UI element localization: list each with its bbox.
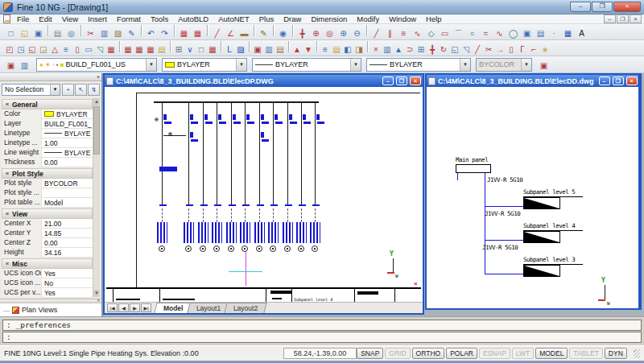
property-value[interactable]: Yes <box>42 269 93 278</box>
zoom-window-icon[interactable]: ⊕ <box>310 27 322 39</box>
menu-tools[interactable]: Tools <box>146 14 173 23</box>
sheet-table-icon[interactable]: ▦ <box>207 43 218 56</box>
layers-icon[interactable]: ≡ <box>320 43 331 56</box>
plan-a-icon[interactable]: ▦ <box>122 43 134 56</box>
property-value[interactable]: 21.00 <box>42 219 93 229</box>
elecdd-title-bar[interactable]: C:\4M\CALC\8_3_BUILDING.BLD\ElecDD.dwg –… <box>427 75 638 87</box>
lengthen-icon[interactable]: ╱ <box>472 43 483 56</box>
child-minimize-button[interactable]: – <box>599 76 610 85</box>
scroll-thumb[interactable] <box>93 106 100 155</box>
match-properties-icon[interactable]: ✎ <box>126 27 138 39</box>
viewport-icon[interactable]: □ <box>196 43 207 56</box>
grid-icon[interactable]: ⊞ <box>173 43 184 56</box>
copy-sheet-icon[interactable]: ▤ <box>275 43 286 56</box>
roof-icon[interactable]: △ <box>49 43 60 56</box>
explode-icon[interactable]: ∗ <box>539 43 551 56</box>
child-maximize-button[interactable]: ❐ <box>396 76 407 85</box>
section-view[interactable]: «View <box>2 208 93 219</box>
mirror-icon[interactable]: ▲ <box>393 43 404 56</box>
extend-icon[interactable]: → <box>494 43 506 56</box>
stairs-icon[interactable]: ≡ <box>60 43 72 56</box>
property-value[interactable]: Yes <box>42 288 93 298</box>
ellipse-icon[interactable]: ◯ <box>507 27 519 39</box>
toggle-tablet[interactable]: TABLET <box>569 348 603 359</box>
break-icon[interactable]: ▯ <box>506 43 517 56</box>
property-value[interactable]: Model <box>42 198 93 208</box>
zoom-previous-icon[interactable]: ◎ <box>324 27 336 39</box>
node-icon[interactable]: ∨ <box>184 43 196 56</box>
zoom-realtime-icon[interactable]: ◉ <box>277 27 289 39</box>
slab-icon[interactable]: ▭ <box>83 43 94 56</box>
zoom-out-icon[interactable]: ⊖ <box>351 27 363 39</box>
redline-icon[interactable]: ╱ <box>211 27 223 39</box>
tab-layout1[interactable]: Layout1 <box>187 303 229 313</box>
layer-isolate-icon[interactable]: ◨ <box>353 43 365 56</box>
spline-icon[interactable]: ∿ <box>493 27 506 39</box>
maximize-button[interactable]: ❐ <box>592 2 613 12</box>
property-value[interactable]: 34.16 <box>42 248 93 258</box>
elecdp-title-bar[interactable]: C:\4M\CALC\8_3_BUILDING.BLD\ElecDP.DWG –… <box>105 75 423 87</box>
child-minimize-button[interactable]: – <box>382 76 394 85</box>
palette-header[interactable]: × <box>0 73 101 81</box>
move-icon[interactable]: ╋ <box>427 43 438 56</box>
sketch-icon[interactable]: ✎ <box>258 27 270 39</box>
select-objects-button[interactable]: ↖ <box>75 84 87 96</box>
layer-match-icon[interactable]: ◧ <box>342 43 353 56</box>
plan-c-icon[interactable]: ▦ <box>145 43 156 56</box>
section-misc[interactable]: «Misc <box>2 258 93 269</box>
building-icon[interactable]: ▦ <box>105 43 117 56</box>
fillet-icon[interactable]: ⌐ <box>528 43 539 56</box>
coordinates-display[interactable]: 58.24,-1.39,0.00 <box>283 348 357 359</box>
resize-grip[interactable] <box>634 349 640 358</box>
menu-file[interactable]: File <box>12 14 34 23</box>
chevron-down-icon[interactable]: ▼ <box>350 59 361 71</box>
child-close-button[interactable]: × <box>410 76 421 85</box>
property-value[interactable]: 0.00 <box>42 238 93 248</box>
construction-line-icon[interactable]: ∥ <box>384 27 396 39</box>
collapse-icon[interactable]: « <box>2 170 12 177</box>
tab-layout2[interactable]: Layout2 <box>224 303 266 313</box>
property-value[interactable]: No <box>42 278 93 288</box>
arc-icon[interactable]: ⌒ <box>452 27 464 39</box>
toggle-esnap[interactable]: ESNAP <box>479 348 510 359</box>
property-value[interactable]: BYLAYE <box>42 148 93 158</box>
polygon-icon[interactable]: ◇ <box>425 27 437 39</box>
toggle-dyn[interactable]: DYN <box>605 348 627 359</box>
property-value[interactable] <box>42 188 93 198</box>
stretch-icon[interactable]: ◹ <box>460 43 472 56</box>
copy-clip-icon[interactable]: ▥ <box>98 27 110 39</box>
offset-icon[interactable]: ⊃ <box>404 43 415 56</box>
plan-views-item[interactable]: — Plan Views <box>0 303 101 316</box>
tab-nav-button-2[interactable]: ▶ <box>130 303 140 312</box>
column-icon[interactable]: ▯ <box>72 43 83 56</box>
collapse-icon[interactable]: « <box>2 210 12 217</box>
close-icon[interactable]: × <box>97 73 100 80</box>
rotate-icon[interactable]: ↻ <box>438 43 449 56</box>
section-plot-style[interactable]: «Plot Style <box>2 168 93 179</box>
document-icon[interactable] <box>3 14 10 23</box>
elevation-icon[interactable]: ▤ <box>156 43 167 56</box>
toggle-snap[interactable]: SNAP <box>357 348 383 359</box>
child-close-button[interactable]: × <box>626 76 638 85</box>
window-tool-icon[interactable]: ◱ <box>27 43 38 56</box>
multiline-icon[interactable]: ≡ <box>398 27 410 39</box>
toggle-grid[interactable]: GRID <box>385 348 410 359</box>
open-icon[interactable]: ◱ <box>19 27 31 39</box>
make-block-icon[interactable]: ▤ <box>535 27 547 39</box>
color-dropdown[interactable]: BYLAYER ▼ <box>162 58 247 72</box>
property-value[interactable]: 1.00 <box>42 138 93 148</box>
chevron-down-icon[interactable]: ▼ <box>236 59 246 71</box>
layer-on-icon[interactable]: ● <box>39 61 43 68</box>
menu-window[interactable]: Window <box>384 14 421 23</box>
property-value[interactable]: BUILD_FL001_ <box>42 119 93 129</box>
copy-drawing-icon[interactable]: ▣ <box>252 43 263 56</box>
door-icon[interactable]: ◲ <box>38 43 49 56</box>
insert-block-icon[interactable]: ▣ <box>521 27 533 39</box>
property-value[interactable]: BYLAYE <box>42 129 93 138</box>
property-value[interactable]: 0.00 <box>42 158 93 167</box>
paste-icon[interactable]: ▨ <box>112 27 124 39</box>
redo-icon[interactable]: ↷ <box>159 27 171 39</box>
tab-nav-button-3[interactable]: ▶| <box>141 303 151 312</box>
mdi-restore-button[interactable]: ❐ <box>617 14 629 23</box>
copy-objects-icon[interactable]: ▥ <box>263 43 275 56</box>
